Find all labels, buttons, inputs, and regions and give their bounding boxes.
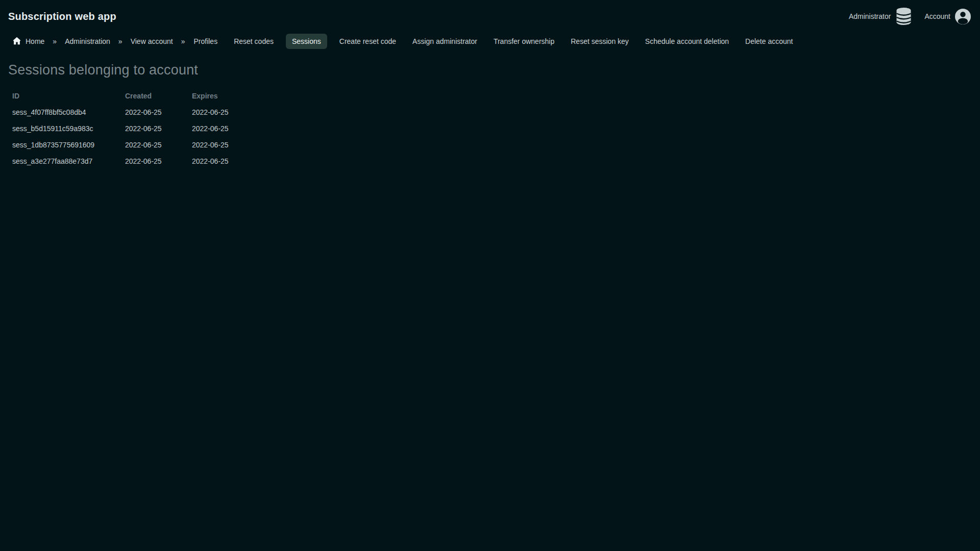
tab-delete-account[interactable]: Delete account [745,34,793,49]
tab-schedule-account-deletion[interactable]: Schedule account deletion [645,34,729,49]
header-right: Administrator Account [849,7,971,26]
column-header-id: ID [8,88,121,104]
database-icon[interactable] [895,7,912,26]
breadcrumb-separator: » [181,37,185,45]
sessions-table: ID Created Expires sess_4f07ff8bf5c08db4… [8,88,233,169]
breadcrumb-item-home[interactable]: Home [26,37,44,45]
table-row: sess_4f07ff8bf5c08db4 2022-06-25 2022-06… [8,104,233,120]
admin-group[interactable]: Administrator [849,7,912,26]
table-row: sess_b5d15911c59a983c 2022-06-25 2022-06… [8,120,233,137]
breadcrumb-item-administration[interactable]: Administration [65,37,110,45]
tab-reset-codes[interactable]: Reset codes [234,34,274,49]
admin-label: Administrator [849,12,891,20]
tab-sessions[interactable]: Sessions [286,34,327,49]
table-row: sess_a3e277faa88e73d7 2022-06-25 2022-06… [8,153,233,169]
breadcrumb-separator: » [118,37,122,45]
column-header-expires: Expires [188,88,233,104]
app-title: Subscription web app [8,11,116,22]
session-expires: 2022-06-25 [188,120,233,137]
session-created: 2022-06-25 [121,137,188,153]
account-label: Account [924,12,950,20]
page-title: Sessions belonging to account [8,62,980,78]
tab-profiles[interactable]: Profiles [193,34,217,49]
account-group[interactable]: Account [924,9,971,24]
session-created: 2022-06-25 [121,120,188,137]
session-expires: 2022-06-25 [188,153,233,169]
session-expires: 2022-06-25 [188,137,233,153]
session-expires: 2022-06-25 [188,104,233,120]
table-row: sess_1db8735775691609 2022-06-25 2022-06… [8,137,233,153]
person-circle-icon[interactable] [955,9,971,24]
tab-transfer-ownership[interactable]: Transfer ownership [494,34,554,49]
nav-tabs: Profiles Reset codes Sessions Create res… [193,34,793,49]
session-id: sess_1db8735775691609 [8,137,121,153]
breadcrumb-separator: » [53,37,57,45]
main-content: Sessions belonging to account ID Created… [0,62,980,169]
session-created: 2022-06-25 [121,153,188,169]
breadcrumb-item-view-account[interactable]: View account [131,37,173,45]
tab-reset-session-key[interactable]: Reset session key [571,34,629,49]
navbar: Home » Administration » View account » P… [0,33,980,50]
breadcrumb-home[interactable]: Home [13,37,44,46]
column-header-created: Created [121,88,188,104]
session-id: sess_a3e277faa88e73d7 [8,153,121,169]
tab-assign-administrator[interactable]: Assign administrator [412,34,477,49]
table-header-row: ID Created Expires [8,88,233,104]
breadcrumb: Home » Administration » View account » [13,37,185,46]
app-header: Subscription web app Administrator Accou… [0,0,980,33]
home-icon [13,37,21,46]
session-created: 2022-06-25 [121,104,188,120]
tab-create-reset-code[interactable]: Create reset code [339,34,396,49]
session-id: sess_4f07ff8bf5c08db4 [8,104,121,120]
session-id: sess_b5d15911c59a983c [8,120,121,137]
